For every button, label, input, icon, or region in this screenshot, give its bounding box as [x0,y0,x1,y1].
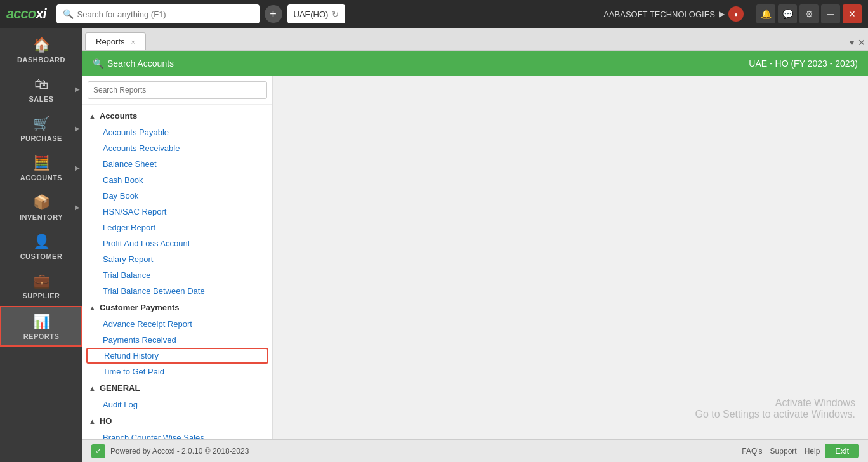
sidebar-item-customer[interactable]: 👤 CUSTOMER [0,227,82,265]
tree-section-customer-payments-label: Customer Payments [100,303,180,312]
accounts-icon: 🧮 [33,155,50,171]
sidebar: 🏠 DASHBOARD 🛍 SALES ▶ 🛒 PURCHASE ▶ 🧮 ACC… [0,28,82,462]
global-search-input[interactable] [77,10,253,19]
ho-expand-icon: ▲ [89,418,96,425]
tree-section-accounts[interactable]: ▲ Accounts [82,107,272,124]
reports-search-input[interactable] [88,81,267,99]
reports-icon: 📊 [33,314,50,330]
tree-item-balance-sheet[interactable]: Balance Sheet [82,156,272,172]
tree-item-payments-received[interactable]: Payments Received [82,332,272,348]
purchase-icon: 🛒 [33,116,50,132]
accounts-arrow: ▶ [75,164,80,171]
tree-section-customer-payments[interactable]: ▲ Customer Payments [82,299,272,316]
tree-item-advance-receipt[interactable]: Advance Receipt Report [82,316,272,332]
minimize-icon[interactable]: ─ [821,4,840,23]
tab-reports-label: Reports [96,37,125,46]
tabbar-close-icon[interactable]: ✕ [858,37,865,48]
customer-icon: 👤 [33,234,50,250]
tree-section-ho[interactable]: ▲ HO [82,412,272,430]
sidebar-label-customer: CUSTOMER [20,253,63,260]
sidebar-label-inventory: INVENTORY [20,213,63,221]
reports-content: ▲ Accounts Accounts Payable Accounts Rec… [82,76,868,439]
footer-logo: ✓ [91,444,105,458]
windows-watermark: Activate Windows Go to Settings to activ… [695,397,855,420]
company-name: AABASOFT TECHNOLOGIES ▶ ● [603,6,744,22]
tree-item-profit-loss[interactable]: Profit And Loss Account [82,235,272,251]
footer-link-faqs[interactable]: FAQ's [742,447,762,456]
tree-item-salary-report[interactable]: Salary Report [82,251,272,267]
accounts-expand-icon: ▲ [89,112,96,120]
layout: 🏠 DASHBOARD 🛍 SALES ▶ 🛒 PURCHASE ▶ 🧮 ACC… [0,28,868,462]
sidebar-item-inventory[interactable]: 📦 INVENTORY ▶ [0,188,82,226]
general-expand-icon: ▲ [89,385,96,392]
tabbar: Reports × ▾ ✕ [82,28,868,51]
sidebar-item-supplier[interactable]: 💼 SUPPLIER [0,267,82,305]
tab-reports[interactable]: Reports × [85,32,146,50]
notifications-icon[interactable]: 🔔 [756,4,775,23]
tree-item-trial-balance-date[interactable]: Trial Balance Between Date [82,283,272,299]
app-logo: accoxi [6,6,46,22]
reports-search[interactable] [82,76,272,105]
close-icon[interactable]: ✕ [843,4,862,23]
topbar-icons: 🔔 💬 ⚙ ─ ✕ [756,4,862,23]
reports-panel: ▲ Accounts Accounts Payable Accounts Rec… [82,76,273,439]
footer: ✓ Powered by Accoxi - 2.0.10 © 2018-2023… [82,439,868,462]
sales-arrow: ▶ [75,86,80,93]
sidebar-item-dashboard[interactable]: 🏠 DASHBOARD [0,30,82,69]
customer-payments-expand-icon: ▲ [89,304,96,312]
sidebar-item-purchase[interactable]: 🛒 PURCHASE ▶ [0,109,82,147]
sidebar-item-reports[interactable]: 📊 REPORTS [0,306,82,346]
tree-section-accounts-label: Accounts [100,111,137,121]
sidebar-label-supplier: SUPPLIER [22,292,60,300]
tree-item-hsn-sac[interactable]: HSN/SAC Report [82,204,272,220]
reports-detail-panel: Activate Windows Go to Settings to activ… [273,76,868,439]
tab-close-icon[interactable]: × [131,38,135,46]
tree-item-refund-history[interactable]: Refund History [86,348,268,364]
tree-item-day-book[interactable]: Day Book [82,188,272,204]
sidebar-label-reports: REPORTS [23,333,60,340]
sidebar-label-accounts: ACCOUNTS [20,174,62,182]
tree-item-time-to-get-paid[interactable]: Time to Get Paid [82,364,272,380]
sidebar-label-dashboard: DASHBOARD [17,56,65,63]
supplier-icon: 💼 [33,273,50,289]
tree-item-accounts-receivable[interactable]: Accounts Receivable [82,140,272,156]
tree-item-audit-log[interactable]: Audit Log [82,397,272,412]
region-label: UAE(HO) [294,10,329,19]
settings-icon[interactable]: ⚙ [799,4,819,23]
avatar: ● [728,6,744,22]
search-accounts-icon: 🔍 [93,58,103,69]
tree-item-branch-counter[interactable]: Branch Counter Wise Sales [82,430,272,439]
main-content: Reports × ▾ ✕ 🔍 Search Accounts UAE - HO… [82,28,868,462]
tree-section-ho-label: HO [100,416,112,426]
search-icon: 🔍 [63,9,74,19]
topbar: accoxi 🔍 + UAE(HO) ↻ AABASOFT TECHNOLOGI… [0,0,868,28]
inventory-icon: 📦 [33,194,50,211]
sidebar-item-sales[interactable]: 🛍 SALES ▶ [0,70,82,108]
exit-button[interactable]: Exit [825,444,859,458]
reports-tree: ▲ Accounts Accounts Payable Accounts Rec… [82,105,272,439]
dashboard-icon: 🏠 [33,37,50,53]
tree-item-accounts-payable[interactable]: Accounts Payable [82,124,272,140]
tabbar-dropdown-icon[interactable]: ▾ [850,37,854,48]
add-button[interactable]: + [265,5,282,23]
region-selector[interactable]: UAE(HO) ↻ [287,4,346,23]
sidebar-item-accounts[interactable]: 🧮 ACCOUNTS ▶ [0,148,82,187]
tree-section-general[interactable]: ▲ GENERAL [82,380,272,397]
tree-item-cash-book[interactable]: Cash Book [82,172,272,188]
sales-icon: 🛍 [34,76,48,93]
search-accounts-label[interactable]: 🔍 Search Accounts [93,58,174,69]
global-search[interactable]: 🔍 [56,4,260,23]
sidebar-label-sales: SALES [29,95,53,103]
purchase-arrow: ▶ [75,125,80,132]
fiscal-info: UAE - HO (FY 2023 - 2023) [749,58,858,69]
tabbar-right: ▾ ✕ [850,37,865,50]
tree-item-trial-balance[interactable]: Trial Balance [82,267,272,283]
inventory-arrow: ▶ [75,204,80,211]
tree-section-general-label: GENERAL [100,383,140,393]
refresh-icon: ↻ [332,10,339,19]
tree-item-ledger-report[interactable]: Ledger Report [82,220,272,235]
chat-icon[interactable]: 💬 [778,4,797,23]
footer-link-support[interactable]: Support [770,447,797,456]
sidebar-label-purchase: PURCHASE [20,135,62,142]
footer-link-help[interactable]: Help [805,447,820,456]
